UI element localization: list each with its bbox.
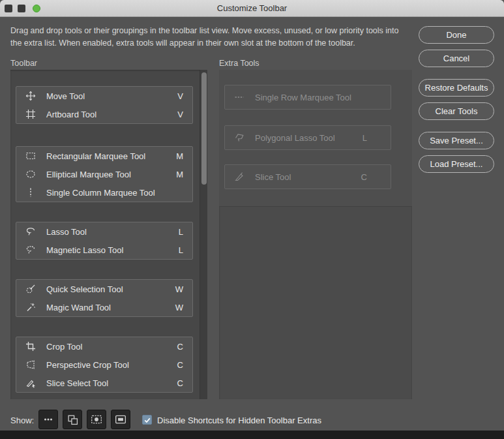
show-quick-mask-button[interactable]	[87, 410, 106, 429]
toolbar-list-scrollbar[interactable]	[200, 70, 207, 399]
tool-row-perspective-crop[interactable]: Perspective Crop Tool C	[16, 356, 192, 374]
done-button[interactable]: Done	[419, 26, 494, 44]
tool-row-quick-selection[interactable]: Quick Selection Tool W	[16, 280, 192, 298]
move-tool-icon	[25, 91, 36, 101]
tool-shortcut: C	[177, 360, 183, 370]
tool-label: Magnetic Lasso Tool	[46, 245, 179, 255]
tool-label: Polygonal Lasso Tool	[255, 133, 363, 143]
extra-tools-panel: Single Row Marquee Tool Polygonal Lasso …	[219, 70, 412, 399]
show-extra-tools-ellipsis-button[interactable]	[38, 410, 58, 429]
single-row-marquee-icon	[234, 92, 245, 102]
tool-row-lasso[interactable]: Lasso Tool L	[16, 222, 192, 241]
save-preset-button[interactable]: Save Preset...	[419, 132, 494, 149]
disable-shortcuts-checkbox[interactable]	[142, 415, 152, 425]
extra-tool-slice[interactable]: Slice Tool C	[224, 164, 391, 189]
tool-group-lasso: Lasso Tool L Magnetic Lasso Tool L	[16, 222, 193, 260]
dialog-description: Drag and drop tools or their groupings i…	[10, 25, 412, 50]
tool-shortcut: W	[175, 284, 183, 294]
customize-toolbar-dialog: Customize Toolbar Drag and drop tools or…	[0, 0, 504, 439]
tool-label: Slice Tool	[255, 172, 361, 182]
tool-group-move: Move Tool V Artboard Tool V	[16, 86, 193, 124]
show-screen-mode-button[interactable]	[111, 410, 130, 429]
scrollbar-thumb[interactable]	[201, 72, 207, 185]
extra-tool-polygonal-lasso[interactable]: Polygonal Lasso Tool L	[224, 125, 391, 150]
checkmark-icon	[143, 416, 151, 424]
toolbar-section-label: Toolbar	[10, 59, 37, 68]
clear-tools-button[interactable]: Clear Tools	[419, 102, 494, 120]
show-color-swatches-button[interactable]	[63, 410, 82, 429]
tool-shortcut: C	[361, 172, 367, 182]
tool-label: Quick Selection Tool	[46, 284, 175, 294]
restore-defaults-button[interactable]: Restore Defaults	[419, 79, 494, 97]
magic-wand-icon	[25, 302, 36, 312]
tool-label: Single Column Marquee Tool	[46, 188, 183, 198]
disable-shortcuts-label: Disable Shortcuts for Hidden Toolbar Ext…	[157, 416, 321, 425]
tool-label: Lasso Tool	[46, 227, 179, 237]
tool-group-marquee: Rectangular Marquee Tool M Elliptical Ma…	[16, 146, 193, 202]
toolbar-list-panel: Move Tool V Artboard Tool V Rectangular …	[10, 70, 207, 399]
tool-row-elliptical-marquee[interactable]: Elliptical Marquee Tool M	[16, 165, 192, 183]
tool-shortcut: L	[179, 227, 183, 237]
tool-label: Move Tool	[46, 91, 177, 101]
tool-row-crop[interactable]: Crop Tool C	[16, 337, 192, 356]
perspective-crop-icon	[25, 359, 36, 370]
titlebar[interactable]: Customize Toolbar	[0, 0, 504, 17]
tool-shortcut: C	[177, 378, 183, 388]
quick-mask-icon	[91, 414, 102, 425]
tool-row-slice-select[interactable]: Slice Select Tool C	[16, 374, 192, 392]
tool-group-crop: Crop Tool C Perspective Crop Tool C Slic…	[16, 337, 193, 393]
show-label: Show:	[10, 416, 34, 425]
tool-label: Perspective Crop Tool	[46, 360, 177, 370]
extra-tool-single-row-marquee[interactable]: Single Row Marquee Tool	[224, 85, 391, 110]
extra-tools-section-label: Extra Tools	[219, 59, 259, 68]
tool-label: Artboard Tool	[46, 110, 177, 119]
crop-tool-icon	[25, 341, 36, 352]
rectangular-marquee-icon	[25, 151, 36, 161]
window-bottom-edge	[0, 431, 504, 439]
magnetic-lasso-icon	[25, 245, 36, 255]
tool-row-magnetic-lasso[interactable]: Magnetic Lasso Tool L	[16, 241, 192, 259]
load-preset-button[interactable]: Load Preset...	[419, 155, 494, 173]
lasso-icon	[25, 226, 36, 237]
quick-selection-icon	[25, 284, 36, 294]
screen-mode-icon	[115, 414, 126, 425]
slice-select-icon	[25, 378, 36, 388]
tool-shortcut: L	[363, 133, 367, 143]
tool-shortcut: M	[176, 151, 183, 161]
tool-shortcut: L	[179, 245, 183, 255]
tool-label: Magic Wand Tool	[46, 303, 175, 312]
tool-row-artboard-tool[interactable]: Artboard Tool V	[16, 105, 192, 123]
cancel-button[interactable]: Cancel	[419, 50, 494, 67]
tool-row-magic-wand[interactable]: Magic Wand Tool W	[16, 298, 192, 316]
tool-row-single-column-marquee[interactable]: Single Column Marquee Tool	[16, 183, 192, 202]
tool-group-selection: Quick Selection Tool W Magic Wand Tool W	[16, 279, 193, 317]
tool-shortcut: W	[175, 303, 183, 312]
window-title: Customize Toolbar	[0, 3, 504, 13]
tool-label: Slice Select Tool	[46, 378, 177, 388]
tool-row-move-tool[interactable]: Move Tool V	[16, 87, 192, 105]
tool-shortcut: V	[177, 91, 183, 101]
polygonal-lasso-icon	[234, 132, 245, 143]
artboard-tool-icon	[25, 109, 36, 119]
single-column-marquee-icon	[25, 187, 36, 198]
tool-label: Rectangular Marquee Tool	[46, 151, 176, 161]
slice-tool-icon	[234, 172, 245, 182]
tool-label: Elliptical Marquee Tool	[46, 170, 176, 179]
tool-shortcut: V	[177, 110, 183, 119]
elliptical-marquee-icon	[25, 169, 36, 179]
tool-label: Crop Tool	[46, 342, 177, 352]
color-swatches-icon	[67, 414, 78, 425]
tool-shortcut: C	[177, 342, 183, 352]
tool-row-rectangular-marquee[interactable]: Rectangular Marquee Tool M	[16, 147, 192, 165]
tool-shortcut: M	[176, 170, 183, 179]
tool-label: Single Row Marquee Tool	[255, 93, 367, 102]
ellipsis-icon	[42, 414, 54, 425]
